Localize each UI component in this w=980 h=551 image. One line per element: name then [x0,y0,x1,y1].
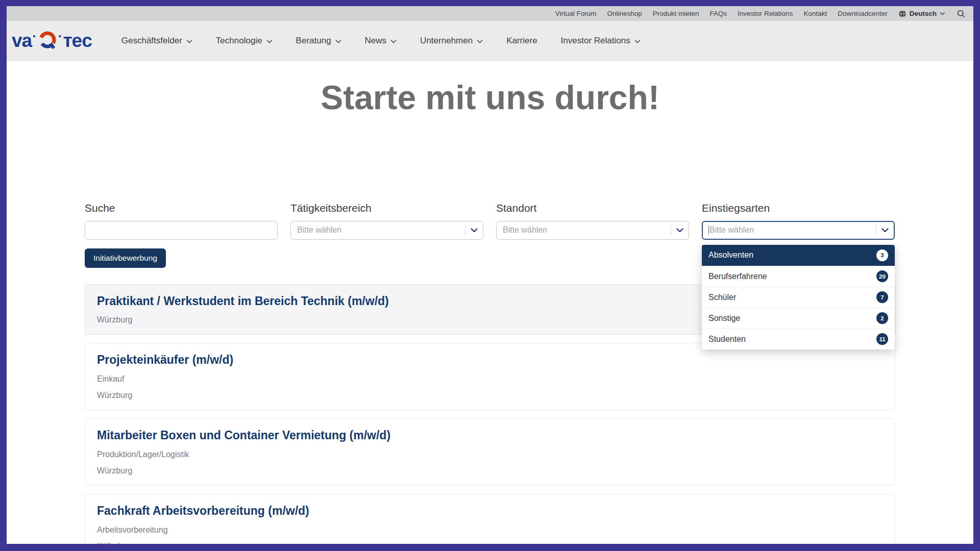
option-label: Sonstige [708,314,740,323]
filter-standort: Standort Bitte wählen [496,202,689,240]
job-category: Einkauf [97,374,883,384]
utility-bar: Virtual Forum Onlineshop Produkt mieten … [7,6,973,21]
search-input[interactable] [85,221,278,240]
select-divider [671,225,671,235]
select-placeholder: Bitte wählen [503,226,671,235]
filter-label-einstiegsarten: Einstiegsarten [702,202,895,215]
nav-item-label: Technologie [216,36,262,46]
taetigkeitsbereich-select[interactable]: Bitte wählen [290,221,483,240]
dropdown-option-berufserfahrene[interactable]: Berufserfahrene 20 [702,266,895,287]
job-filters: Suche Tätigkeitsbereich Bitte wählen Sta… [85,202,895,240]
text-caret [708,226,709,235]
hero: Starte mit uns durch! [7,76,973,120]
chevron-down-icon [940,12,945,15]
nav-item-technologie[interactable]: Technologie [216,36,273,46]
utility-link-downloadcenter[interactable]: Downloadcenter [838,10,888,17]
filter-einstiegsarten: Einstiegsarten Bitte wählen Absolventen … [702,202,895,240]
filter-label-suche: Suche [85,202,278,215]
job-title: Mitarbeiter Boxen und Container Vermietu… [97,429,883,442]
nav-item-geschaeftsfelder[interactable]: Geschäftsfelder [121,36,192,46]
einstiegsarten-dropdown: Absolventen 3 Berufserfahrene 20 Schüler… [702,245,895,349]
utility-link-kontakt[interactable]: Kontakt [803,10,827,17]
option-label: Studenten [708,335,746,344]
nav-item-news[interactable]: News [365,36,397,46]
nav-item-label: Karriere [506,36,537,46]
select-divider [465,225,465,235]
job-location: Würzburg [97,466,883,475]
job-title: Fachkraft Arbeitsvorbereitung (m/w/d) [97,504,883,518]
standort-select[interactable]: Bitte wählen [496,221,689,240]
main-nav: va · · тec Geschäftsfelder Technologie B… [7,21,973,61]
logo-text-left: va [12,31,32,50]
chevron-down-icon [471,228,478,233]
job-card[interactable]: Mitarbeiter Boxen und Container Vermietu… [85,418,895,486]
logo-q-icon [38,30,57,51]
select-placeholder: Bitte wählen [297,226,465,235]
nav-item-karriere[interactable]: Karriere [506,36,537,46]
job-category: Arbeitsvorbereitung [97,525,883,535]
select-placeholder: Bitte wählen [709,226,876,235]
count-badge: 20 [876,270,888,282]
chevron-down-icon [390,39,397,43]
utility-link-faqs[interactable]: FAQs [710,10,727,17]
chevron-down-icon [676,228,683,233]
job-location: Würzburg [97,390,883,400]
count-badge: 3 [876,249,888,261]
chevron-down-icon [266,39,273,43]
nav-item-label: Geschäftsfelder [121,36,182,46]
option-label: Berufserfahrene [708,272,767,281]
count-badge: 7 [876,291,888,303]
nav-items: Geschäftsfelder Technologie Beratung New… [121,36,641,46]
nav-item-label: News [365,36,387,46]
nav-item-label: Unternehmen [420,36,473,46]
filter-label-taetigkeitsbereich: Tätigkeitsbereich [290,202,483,215]
language-label: Deutsch [910,10,937,17]
logo-dot: · [58,30,63,43]
job-card[interactable]: Fachkraft Arbeitsvorbereitung (m/w/d) Ar… [85,494,895,544]
chevron-down-icon [335,39,341,43]
page-frame: Virtual Forum Onlineshop Produkt mieten … [7,6,973,544]
nav-item-label: Beratung [296,36,331,46]
dropdown-option-absolventen[interactable]: Absolventen 3 [702,245,895,266]
dropdown-option-studenten[interactable]: Studenten 11 [702,329,895,349]
select-divider [876,225,876,235]
dropdown-option-sonstige[interactable]: Sonstige 2 [702,308,895,329]
search-icon [957,10,965,18]
job-title: Projekteinkäufer (m/w/d) [97,353,883,367]
brand-logo[interactable]: va · · тec [12,30,92,51]
nav-item-beratung[interactable]: Beratung [296,36,341,46]
nav-item-unternehmen[interactable]: Unternehmen [420,36,483,46]
logo-dot: · [32,30,37,43]
option-label: Absolventen [708,251,753,260]
utility-search-button[interactable] [956,10,965,18]
nav-item-investor-relations[interactable]: Investor Relations [561,36,641,46]
nav-item-label: Investor Relations [561,36,630,46]
language-selector[interactable]: Deutsch [898,10,945,18]
filter-suche: Suche [85,202,278,240]
chevron-down-icon [881,228,889,233]
option-label: Schüler [708,293,736,302]
einstiegsarten-select[interactable]: Bitte wählen [702,221,895,240]
chevron-down-icon [634,39,641,43]
utility-link-onlineshop[interactable]: Onlineshop [607,10,642,17]
count-badge: 2 [876,312,888,324]
job-card[interactable]: Projekteinkäufer (m/w/d) Einkauf Würzbur… [85,343,895,410]
dropdown-option-schueler[interactable]: Schüler 7 [702,287,895,308]
logo-text-right: тec [63,31,92,50]
chevron-down-icon [477,39,483,43]
job-location: Kölleda [97,541,883,544]
filter-label-standort: Standort [496,202,689,215]
utility-link-produkt-mieten[interactable]: Produkt mieten [653,10,699,17]
job-category: Produktion/Lager/Logistik [97,449,883,459]
count-badge: 11 [876,333,888,345]
utility-link-virtual-forum[interactable]: Virtual Forum [555,10,597,17]
initiativbewerbung-button[interactable]: Initiativbewerbung [85,248,166,268]
utility-link-investor-relations[interactable]: Investor Relations [738,10,793,17]
globe-icon [898,10,906,18]
chevron-down-icon [186,39,192,43]
filter-taetigkeitsbereich: Tätigkeitsbereich Bitte wählen [290,202,483,240]
page-title: Starte mit uns durch! [7,76,973,120]
